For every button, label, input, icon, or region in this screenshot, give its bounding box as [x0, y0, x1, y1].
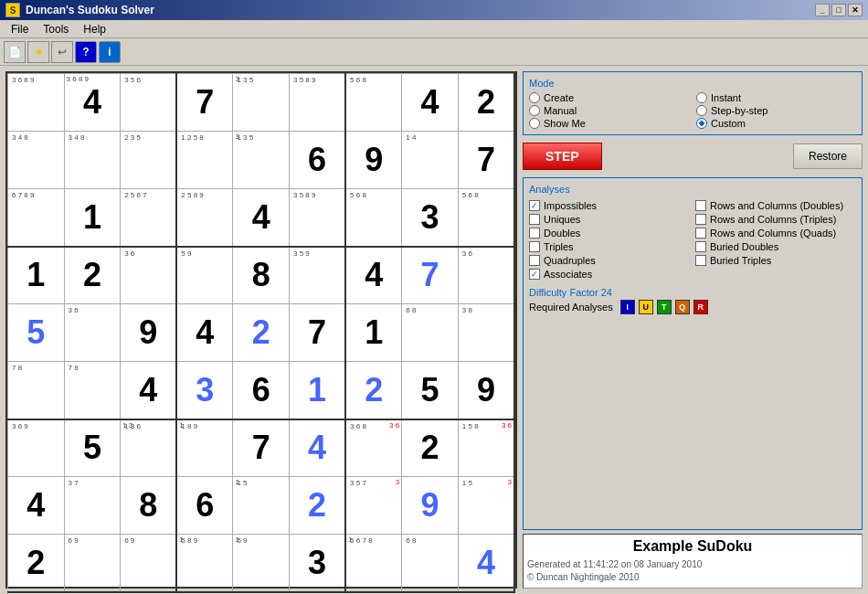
grid-cell[interactable]: 5 9: [176, 247, 233, 304]
grid-cell[interactable]: 4: [402, 74, 459, 132]
menu-file[interactable]: File: [4, 22, 36, 37]
grid-cell[interactable]: 4: [458, 535, 514, 592]
grid-cell[interactable]: 1: [64, 189, 121, 247]
grid-cell[interactable]: 1: [290, 362, 346, 419]
grid-cell[interactable]: 8: [121, 477, 177, 535]
checkbox-triples[interactable]: [529, 241, 540, 252]
chk-associates[interactable]: Associates: [529, 269, 690, 280]
mode-showme[interactable]: Show Me: [529, 118, 689, 129]
grid-cell[interactable]: 2 5 6 7: [121, 189, 177, 247]
info-button[interactable]: i: [99, 41, 121, 63]
grid-cell[interactable]: 4: [233, 189, 290, 247]
checkbox-quadruples[interactable]: [529, 255, 540, 266]
grid-cell[interactable]: 1 53: [458, 477, 514, 535]
grid-cell[interactable]: 3 6: [64, 304, 121, 362]
grid-cell[interactable]: 3: [176, 362, 233, 419]
grid-cell[interactable]: 5 6 8: [345, 189, 402, 247]
chk-rowscol-quads[interactable]: Rows and Columns (Quads): [695, 228, 856, 239]
grid-cell[interactable]: 3 6 8 9: [8, 74, 65, 132]
chk-quadruples[interactable]: Quadruples: [529, 255, 690, 266]
menu-tools[interactable]: Tools: [36, 22, 76, 37]
checkbox-doubles[interactable]: [529, 228, 540, 239]
grid-cell[interactable]: 2: [458, 74, 514, 132]
maximize-button[interactable]: □: [831, 4, 846, 16]
mode-stepbystep[interactable]: Step-by-step: [696, 105, 856, 116]
mode-instant[interactable]: Instant: [696, 92, 856, 103]
grid-cell[interactable]: 2: [8, 535, 65, 592]
grid-cell[interactable]: 9: [402, 477, 459, 535]
grid-cell[interactable]: 3 6: [121, 247, 177, 304]
grid-cell[interactable]: 2: [64, 247, 121, 304]
grid-cell[interactable]: 7: [233, 419, 290, 477]
grid-cell[interactable]: 1: [345, 304, 402, 362]
grid-cell[interactable]: 3 6 9: [8, 419, 65, 477]
grid-cell[interactable]: 6 9: [64, 535, 121, 592]
chk-buried-triples[interactable]: Buried Triples: [695, 255, 856, 266]
grid-cell[interactable]: 9: [121, 304, 177, 362]
grid-cell[interactable]: 9: [458, 362, 514, 419]
mode-manual[interactable]: Manual: [529, 105, 689, 116]
checkbox-rowscol-triples[interactable]: [695, 214, 706, 225]
grid-cell[interactable]: 1 51: [233, 477, 290, 535]
grid-cell[interactable]: 5: [8, 304, 65, 362]
grid-cell[interactable]: 6: [233, 362, 290, 419]
grid-cell[interactable]: 3 5 73: [345, 477, 402, 535]
grid-cell[interactable]: 3 5 9: [290, 247, 346, 304]
step-button[interactable]: STEP: [523, 143, 602, 170]
grid-cell[interactable]: 2: [345, 362, 402, 419]
grid-cell[interactable]: 3 5 8 9: [290, 189, 346, 247]
grid-cell[interactable]: 1 5 83 6: [458, 419, 514, 477]
grid-cell[interactable]: 4: [290, 419, 346, 477]
mode-custom[interactable]: Custom: [696, 118, 856, 129]
chk-impossibles[interactable]: Impossibles: [529, 200, 690, 211]
radio-instant[interactable]: [696, 92, 707, 103]
mode-create[interactable]: Create: [529, 92, 689, 103]
chk-buried-doubles[interactable]: Buried Doubles: [695, 241, 856, 252]
star-button[interactable]: ★: [27, 41, 49, 63]
grid-cell[interactable]: 4: [8, 477, 65, 535]
grid-cell[interactable]: 2 3 5: [121, 132, 177, 189]
grid-cell[interactable]: 1 4: [402, 132, 459, 189]
close-button[interactable]: ✕: [848, 4, 863, 16]
grid-cell[interactable]: 3 6 83 6: [345, 419, 402, 477]
grid-cell[interactable]: 3 4 8: [64, 132, 121, 189]
grid-cell[interactable]: 5 6 8: [345, 74, 402, 132]
radio-manual[interactable]: [529, 105, 540, 116]
checkbox-associates[interactable]: [529, 269, 540, 280]
grid-cell[interactable]: 1 8 91: [176, 419, 233, 477]
minimize-button[interactable]: _: [815, 4, 830, 16]
chk-uniques[interactable]: Uniques: [529, 214, 690, 225]
grid-cell[interactable]: 3 7: [64, 477, 121, 535]
grid-cell[interactable]: 3 4 8: [8, 132, 65, 189]
grid-cell[interactable]: 8: [233, 247, 290, 304]
grid-cell[interactable]: 7 8: [64, 362, 121, 419]
grid-cell[interactable]: 2: [233, 304, 290, 362]
grid-cell[interactable]: 6: [290, 132, 346, 189]
grid-cell[interactable]: 2: [290, 477, 346, 535]
grid-cell[interactable]: 6 9: [121, 535, 177, 592]
grid-cell[interactable]: 7 8: [8, 362, 65, 419]
new-button[interactable]: 📄: [4, 41, 26, 63]
grid-cell[interactable]: 5 8 91: [176, 535, 233, 592]
grid-cell[interactable]: 3 5 8 9: [290, 74, 346, 132]
help-button[interactable]: ?: [75, 41, 97, 63]
grid-cell[interactable]: 7: [176, 74, 233, 132]
grid-cell[interactable]: 1 3 61 3: [121, 419, 177, 477]
chk-triples[interactable]: Triples: [529, 241, 690, 252]
radio-create[interactable]: [529, 92, 540, 103]
grid-cell[interactable]: 3 5 6: [121, 74, 177, 132]
restore-button[interactable]: Restore: [793, 143, 863, 169]
grid-cell[interactable]: 4: [121, 362, 177, 419]
checkbox-buried-triples[interactable]: [695, 255, 706, 266]
undo-button[interactable]: ↩: [51, 41, 73, 63]
grid-cell[interactable]: 1 3 53: [233, 132, 290, 189]
grid-cell[interactable]: 5 91: [233, 535, 290, 592]
checkbox-rowscol-doubles[interactable]: [695, 200, 706, 211]
radio-custom[interactable]: [696, 118, 707, 129]
grid-cell[interactable]: 5 6 8: [458, 189, 514, 247]
grid-cell[interactable]: 6 7 8 9: [8, 189, 65, 247]
grid-cell[interactable]: 4: [345, 247, 402, 304]
grid-cell[interactable]: 6: [176, 477, 233, 535]
checkbox-buried-doubles[interactable]: [695, 241, 706, 252]
grid-cell[interactable]: 9: [345, 132, 402, 189]
